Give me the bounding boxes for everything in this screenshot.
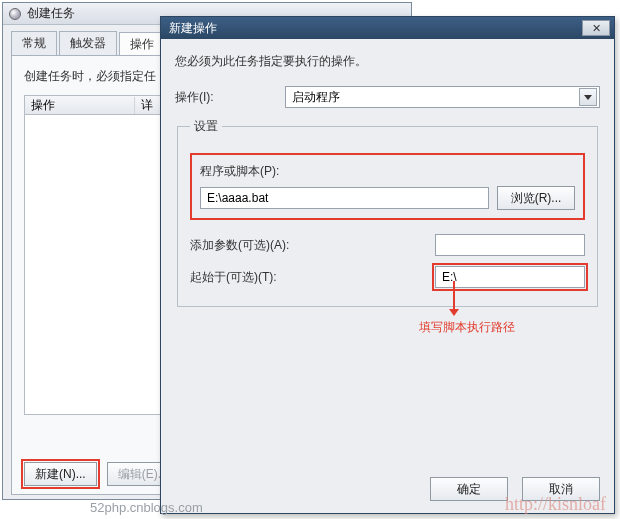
tab-actions[interactable]: 操作 [119, 32, 165, 56]
create-task-title: 创建任务 [27, 5, 75, 22]
dialog-titlebar: 新建操作 ✕ [161, 17, 614, 39]
settings-group: 设置 程序或脚本(P): 浏览(R)... 添加参数(可选)(A): 起始于(可… [177, 118, 598, 307]
startin-input[interactable] [435, 266, 585, 288]
args-input[interactable] [435, 234, 585, 256]
watermark-left: 52php.cnblogs.com [90, 500, 203, 515]
dialog-title: 新建操作 [169, 20, 217, 37]
args-label: 添加参数(可选)(A): [190, 237, 300, 254]
new-action-dialog: 新建操作 ✕ 您必须为此任务指定要执行的操作。 操作(I): 启动程序 设置 程… [160, 16, 615, 514]
program-input[interactable] [200, 187, 489, 209]
annotation-text: 填写脚本执行路径 [419, 319, 515, 336]
program-label: 程序或脚本(P): [200, 163, 575, 180]
watermark-right: http://kisnloaf [505, 494, 606, 515]
chevron-down-icon [579, 88, 597, 106]
program-highlight-box: 程序或脚本(P): 浏览(R)... [190, 153, 585, 220]
annotation-arrow-icon [453, 281, 455, 315]
tab-triggers[interactable]: 触发器 [59, 31, 117, 55]
settings-legend: 设置 [190, 118, 222, 135]
instruction-text: 您必须为此任务指定要执行的操作。 [175, 53, 600, 70]
action-row: 操作(I): 启动程序 [175, 86, 600, 108]
clock-icon [9, 8, 21, 20]
action-value: 启动程序 [292, 89, 340, 106]
dialog-body: 您必须为此任务指定要执行的操作。 操作(I): 启动程序 设置 程序或脚本(P)… [161, 39, 614, 513]
col-header-action[interactable]: 操作 [25, 97, 135, 114]
close-button[interactable]: ✕ [582, 20, 610, 36]
action-label: 操作(I): [175, 89, 285, 106]
ok-button[interactable]: 确定 [430, 477, 508, 501]
new-button[interactable]: 新建(N)... [24, 462, 97, 486]
tab-general[interactable]: 常规 [11, 31, 57, 55]
startin-label: 起始于(可选)(T): [190, 269, 300, 286]
action-combobox[interactable]: 启动程序 [285, 86, 600, 108]
browse-button[interactable]: 浏览(R)... [497, 186, 575, 210]
close-icon: ✕ [592, 22, 601, 35]
action-button-row: 新建(N)... 编辑(E)... [24, 462, 179, 486]
